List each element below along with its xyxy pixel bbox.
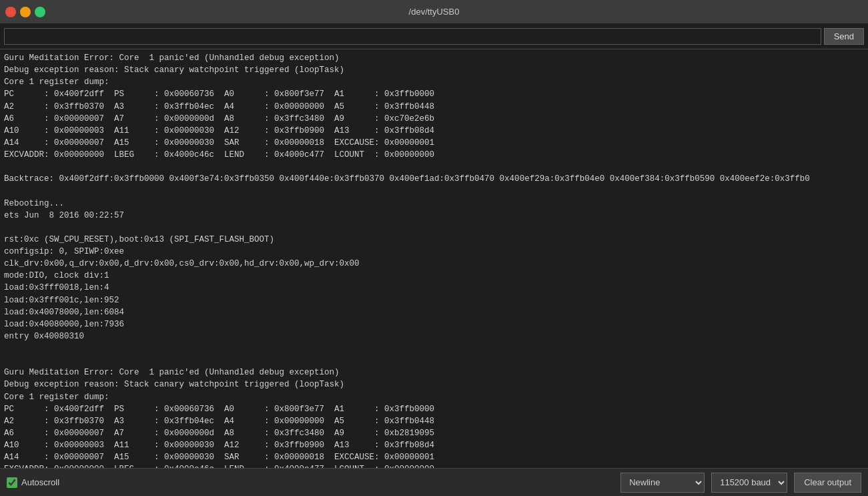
input-row: Send <box>0 24 868 49</box>
window-title: /dev/ttyUSB0 <box>409 7 460 17</box>
send-input[interactable] <box>4 28 821 45</box>
minimize-button[interactable]: – <box>20 7 31 17</box>
autoscroll-checkbox[interactable] <box>7 477 17 488</box>
autoscroll-label[interactable]: Autoscroll <box>21 477 59 487</box>
autoscroll-area: Autoscroll <box>7 477 614 488</box>
send-button[interactable]: Send <box>824 28 864 45</box>
close-button[interactable]: × <box>5 7 16 17</box>
titlebar-controls: × – □ <box>5 7 45 17</box>
clear-output-button[interactable]: Clear output <box>794 473 861 493</box>
maximize-button[interactable]: □ <box>35 7 45 17</box>
baud-select[interactable]: 300 baud 1200 baud 2400 baud 4800 baud 9… <box>711 473 787 493</box>
titlebar: × – □ /dev/ttyUSB0 <box>0 0 868 24</box>
newline-select[interactable]: No line ending Newline Carriage return B… <box>620 473 705 493</box>
statusbar: Autoscroll No line ending Newline Carria… <box>0 468 868 496</box>
output-area[interactable]: Guru Meditation Error: Core 1 panic'ed (… <box>0 49 868 468</box>
